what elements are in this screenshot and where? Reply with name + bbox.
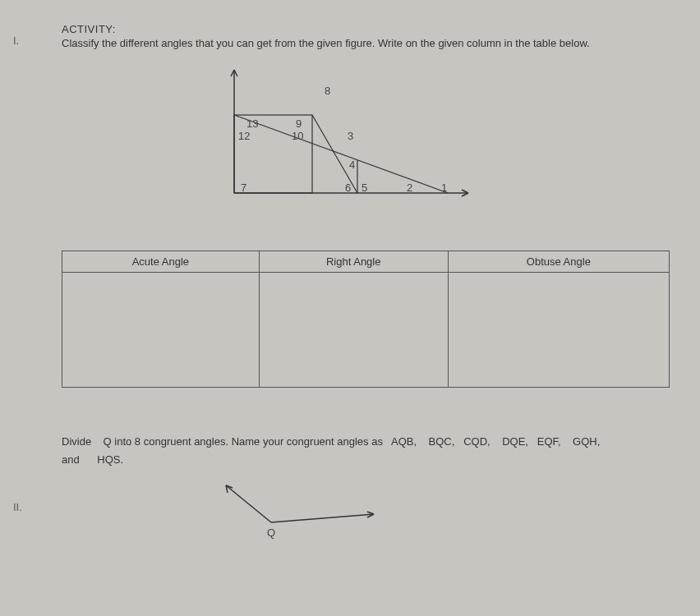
roman-numeral-1: I.: [13, 34, 19, 47]
classification-table: Acute Angle Right Angle Obtuse Angle: [62, 251, 670, 388]
figure-svg: 13 12 9 10 8 3 4 5 6 7 2 1: [62, 62, 472, 226]
table-cell-right[interactable]: [259, 273, 448, 388]
angle-label-5: 5: [362, 182, 367, 194]
table-cell-obtuse[interactable]: [448, 273, 669, 388]
angle-label-10: 10: [292, 130, 303, 142]
angle-label-1: 1: [441, 182, 447, 194]
svg-line-6: [226, 485, 271, 522]
table-header-acute: Acute Angle: [62, 251, 260, 273]
svg-line-7: [271, 514, 374, 522]
vertex-q-label: Q: [267, 526, 275, 539]
table-header-right: Right Angle: [259, 251, 448, 273]
angle-label-8: 8: [325, 85, 330, 97]
angle-names: AQB, BQC, CQD, DQE, EQF, GQH,: [391, 435, 600, 448]
angle-q-figure: Q: [181, 477, 667, 543]
activity-label: ACTIVITY:: [62, 23, 667, 35]
section-2-text: Divide Q into 8 congruent angles. Name y…: [62, 433, 667, 469]
instruction-text: Classify the different angles that you c…: [62, 37, 667, 49]
angle-label-2: 2: [407, 182, 412, 194]
angle-label-4: 4: [349, 159, 355, 171]
angle-label-13: 13: [246, 117, 258, 130]
table-header-obtuse: Obtuse Angle: [448, 251, 669, 273]
geometry-figure: 13 12 9 10 8 3 4 5 6 7 2 1: [62, 62, 667, 226]
svg-line-3: [234, 115, 448, 193]
angle-label-12: 12: [238, 130, 250, 142]
divide-instruction-line2: and HQS.: [62, 453, 123, 466]
roman-numeral-2: II.: [13, 501, 22, 513]
angle-q-svg: Q: [181, 477, 394, 543]
angle-label-7: 7: [241, 182, 246, 194]
angle-label-3: 3: [348, 130, 353, 142]
divide-instruction-prefix: Divide Q into 8 congruent angles. Name y…: [62, 435, 391, 448]
activity-header: ACTIVITY: Classify the different angles …: [62, 23, 667, 49]
table-cell-acute[interactable]: [62, 273, 260, 388]
angle-label-9: 9: [296, 117, 302, 130]
angle-label-6: 6: [345, 182, 351, 194]
